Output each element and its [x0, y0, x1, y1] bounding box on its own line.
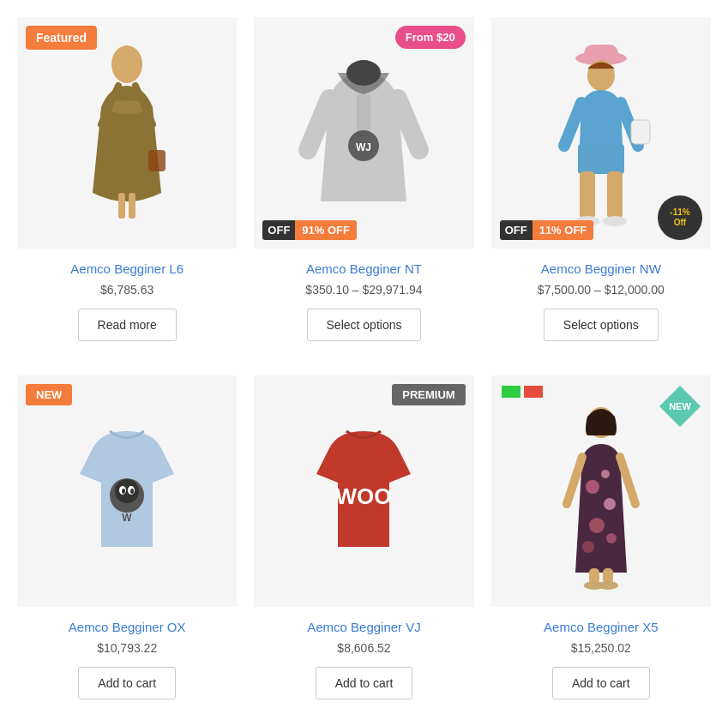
from-badge: From $20	[395, 26, 466, 49]
svg-point-22	[603, 216, 627, 226]
svg-point-0	[111, 45, 142, 83]
product-card-3: -11% Off OFF 11% OFF	[491, 17, 711, 358]
product-image-1: Featured	[17, 17, 237, 249]
svg-rect-18	[578, 144, 624, 174]
svg-rect-6	[148, 150, 165, 171]
svg-text:NEW: NEW	[669, 401, 691, 411]
svg-rect-19	[580, 171, 595, 219]
select-options-button-2[interactable]: Select options	[307, 309, 422, 341]
product-title-3: Aemco Begginer NW	[541, 261, 661, 276]
svg-point-38	[606, 533, 617, 543]
product-image-svg-3	[545, 34, 657, 231]
svg-text:W: W	[122, 512, 132, 524]
svg-point-40	[601, 470, 610, 478]
featured-badge: Featured	[26, 26, 97, 50]
svg-point-37	[589, 518, 605, 533]
svg-rect-23	[631, 120, 650, 144]
product-price-6: $15,250.02	[571, 641, 631, 655]
product-image-3: -11% Off OFF 11% OFF	[491, 17, 711, 249]
product-price-2: $350.10 – $29,971.94	[305, 283, 422, 297]
svg-point-25	[115, 479, 139, 503]
product-price-1: $6,785.63	[100, 283, 153, 297]
new-teal-badge: NEW	[658, 384, 702, 431]
svg-point-7	[346, 60, 381, 86]
product-card-5: PREMIUM WOO Aemco Begginer VJ $8,606.52 …	[254, 375, 473, 714]
product-image-2: From $20 OFF 91% OFF WJ	[254, 17, 473, 249]
product-image-svg-1	[75, 39, 178, 227]
product-price-3: $7,500.00 – $12,000.00	[538, 283, 665, 297]
off-label-2: OFF	[262, 220, 295, 240]
svg-text:WOO: WOO	[336, 483, 392, 509]
product-card-2: From $20 OFF 91% OFF WJ Aemco Begginer N…	[254, 17, 473, 358]
add-to-cart-button-5[interactable]: Add to cart	[316, 667, 413, 699]
product-card-6: NEW	[491, 375, 711, 714]
product-image-svg-6	[550, 393, 653, 590]
product-image-svg-4: W	[50, 414, 204, 568]
product-title-5: Aemco Begginer VJ	[307, 620, 421, 634]
product-image-svg-2: WJ	[295, 47, 432, 219]
product-title-6: Aemco Begginer X5	[544, 620, 658, 634]
svg-point-35	[586, 480, 599, 494]
svg-rect-4	[118, 193, 125, 219]
off-label-3: OFF	[500, 220, 532, 240]
flag-icons-6	[502, 386, 543, 398]
product-title-4: Aemco Begginer OX	[69, 620, 186, 634]
percent-line1: -11%	[670, 207, 689, 218]
svg-point-46	[598, 581, 618, 590]
product-card-4: NEW W Aemco Begginer OX $10,793.22 Ad	[17, 375, 237, 714]
off-badge-3: OFF 11% OFF	[500, 220, 594, 240]
svg-text:WJ: WJ	[356, 141, 371, 153]
flag-red-6	[524, 386, 543, 398]
off-percent-2: 91% OFF	[295, 220, 357, 240]
premium-badge: PREMIUM	[392, 384, 465, 405]
off-percent-3: 11% OFF	[532, 220, 594, 240]
product-image-4: NEW W	[17, 375, 237, 607]
percent-line2: Off	[674, 218, 686, 228]
read-more-button-1[interactable]: Read more	[78, 309, 177, 341]
svg-point-28	[122, 489, 125, 494]
add-to-cart-button-6[interactable]: Add to cart	[552, 667, 650, 699]
flag-green-6	[502, 386, 520, 398]
svg-line-16	[564, 103, 581, 146]
svg-rect-20	[607, 171, 623, 219]
product-image-5: PREMIUM WOO	[254, 375, 473, 607]
product-title-1: Aemco Begginer L6	[70, 261, 184, 276]
percent-dark-badge: -11% Off	[658, 195, 702, 240]
svg-rect-5	[129, 193, 135, 219]
new-badge-4: NEW	[26, 384, 72, 405]
product-card-1: Featured Aemco Begginer L6 $6,785.63 Rea…	[17, 17, 237, 358]
svg-rect-14	[584, 45, 618, 62]
product-title-2: Aemco Begginer NT	[306, 261, 422, 276]
svg-point-39	[582, 541, 594, 553]
product-price-4: $10,793.22	[97, 641, 157, 655]
product-image-svg-5: WOO	[286, 414, 441, 568]
svg-point-36	[604, 498, 616, 510]
off-badge-2: OFF 91% OFF	[262, 220, 357, 240]
products-grid: Featured Aemco Begginer L6 $6,785.63 Rea…	[17, 17, 711, 714]
add-to-cart-button-4[interactable]: Add to cart	[78, 667, 176, 699]
select-options-button-3[interactable]: Select options	[544, 309, 659, 341]
svg-point-29	[130, 489, 134, 494]
product-price-5: $8,606.52	[337, 641, 390, 655]
product-image-6: NEW	[491, 375, 711, 607]
